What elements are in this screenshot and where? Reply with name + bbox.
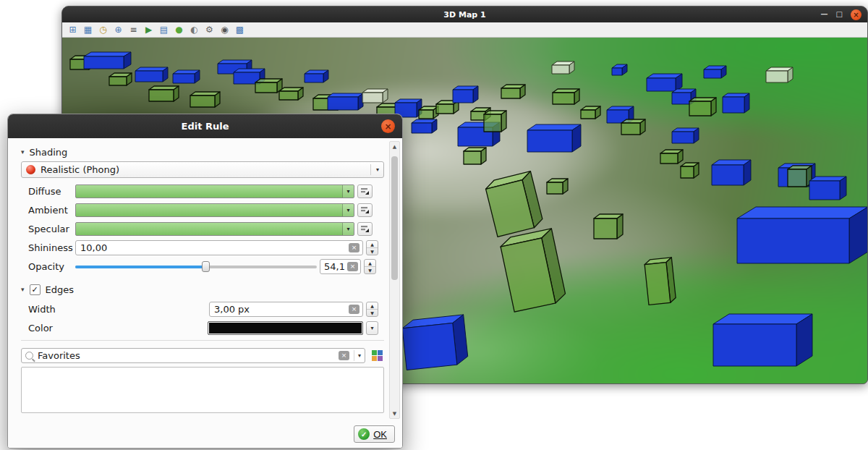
edge-color-label: Color (28, 323, 75, 334)
ambient-color-button[interactable]: ▾ (75, 203, 354, 217)
spin-up-icon[interactable]: ▲ (367, 241, 378, 248)
spin-down-icon[interactable]: ▼ (367, 310, 378, 316)
scrollbar-thumb[interactable] (391, 156, 398, 280)
ok-button-label: OK (373, 429, 387, 440)
edges-section-label: Edges (46, 284, 75, 295)
identify-layers-icon[interactable]: ≡ (128, 25, 139, 34)
edit-rule-dialog: Edit Rule × ▾ Shading Realistic (Phong) … (7, 114, 403, 449)
scroll-down-icon[interactable]: ▼ (390, 409, 399, 418)
scroll-up-icon[interactable]: ▲ (390, 142, 399, 151)
ambient-data-defined-override-button[interactable] (357, 203, 373, 217)
collapse-triangle-icon[interactable]: ▾ (21, 286, 25, 293)
style-list[interactable] (21, 367, 384, 413)
phong-sphere-icon (26, 165, 35, 174)
maximize-button[interactable]: □ (836, 11, 843, 18)
opacity-row: Opacity 54,1 × ▲ ▼ (21, 259, 384, 274)
shininess-label: Shininess (28, 242, 75, 253)
axes-grid-icon[interactable]: ▦ (82, 25, 93, 34)
edge-width-row: Width 3,00 px × ▲ ▼ (21, 302, 384, 317)
checkmark-icon: ✓ (31, 285, 38, 294)
shininess-spinbox[interactable]: 10,00 × (75, 240, 363, 255)
chevron-down-icon[interactable]: ▾ (354, 350, 361, 361)
ambient-label: Ambient (28, 205, 75, 216)
shading-section-header[interactable]: ▾ Shading (21, 145, 384, 158)
style-manager-icon (372, 350, 383, 361)
map-theme-icon[interactable]: ▩ (234, 25, 245, 34)
edge-color-button[interactable] (208, 321, 363, 335)
favorites-filter-combobox[interactable]: Favorites × ▾ (21, 348, 365, 363)
chevron-down-icon: ▾ (370, 325, 373, 331)
opacity-slider-fill (75, 266, 205, 268)
collapse-triangle-icon[interactable]: ▾ (21, 148, 25, 156)
zoom-in-icon[interactable]: ⊕ (113, 25, 124, 34)
data-defined-override-icon (360, 205, 370, 215)
opacity-value: 54,1 (324, 261, 345, 272)
favorites-value: Favorites (38, 350, 334, 361)
dialog-titlebar[interactable]: Edit Rule × (8, 114, 402, 138)
shading-type-value: Realistic (Phong) (41, 164, 119, 175)
dialog-scrollbar[interactable]: ▲ ▼ (389, 141, 400, 419)
data-defined-override-icon (360, 187, 370, 196)
spin-up-icon[interactable]: ▲ (367, 302, 378, 310)
data-defined-override-icon (360, 224, 370, 234)
chevron-down-icon[interactable]: ▾ (342, 204, 354, 216)
section-divider (21, 340, 384, 341)
dialog-title: Edit Rule (182, 121, 229, 132)
shadows-icon[interactable]: ◐ (189, 25, 200, 34)
edge-width-spinner[interactable]: ▲ ▼ (366, 302, 378, 317)
spin-down-icon[interactable]: ▼ (367, 248, 378, 255)
close-button[interactable]: × (851, 9, 861, 20)
specular-label: Specular (28, 224, 75, 234)
export-scene-icon[interactable]: ▤ (158, 25, 169, 34)
diffuse-data-defined-override-button[interactable] (357, 184, 373, 198)
settings-wrench-icon[interactable]: ⚙ (204, 25, 215, 34)
edges-section-header[interactable]: ▾ ✓ Edges (21, 283, 384, 296)
shininess-row: Shininess 10,00 × ▲ ▼ (21, 240, 384, 255)
dialog-close-button[interactable]: × (381, 119, 395, 133)
shading-section-label: Shading (30, 147, 68, 158)
edges-checkbox[interactable]: ✓ (30, 284, 41, 295)
shininess-spinner[interactable]: ▲ ▼ (366, 240, 378, 255)
edge-color-dropdown-button[interactable]: ▾ (366, 321, 378, 335)
chevron-down-icon[interactable]: ▾ (342, 185, 354, 198)
clear-icon[interactable]: × (339, 351, 349, 360)
camera-capture-icon[interactable]: ◉ (219, 25, 230, 34)
opacity-slider-handle[interactable] (202, 261, 210, 272)
style-manager-button[interactable] (370, 349, 384, 363)
diffuse-label: Diffuse (28, 186, 75, 197)
ok-button[interactable]: ✓ OK (354, 425, 395, 443)
dialog-content: ▾ Shading Realistic (Phong) ▾ Diffuse ▾ (21, 145, 384, 413)
chevron-down-icon[interactable]: ▾ (370, 164, 379, 175)
edge-color-row: Color ▾ (21, 320, 384, 336)
clear-icon[interactable]: × (349, 305, 359, 314)
camera-control-icon[interactable]: ⊞ (67, 25, 78, 34)
clear-icon[interactable]: × (349, 243, 359, 252)
diffuse-color-button[interactable]: ▾ (75, 184, 354, 198)
favorites-row: Favorites × ▾ (21, 348, 384, 363)
ok-check-icon: ✓ (358, 428, 370, 440)
dialog-body: ▾ Shading Realistic (Phong) ▾ Diffuse ▾ (8, 138, 402, 448)
opacity-slider[interactable] (75, 259, 317, 274)
shading-type-combobox[interactable]: Realistic (Phong) ▾ (21, 161, 384, 178)
map-toolbar: ⊞▦◷⊕≡▶▤●◐⚙◉▩ (62, 22, 867, 38)
spin-up-icon[interactable]: ▲ (365, 260, 375, 267)
opacity-spinner[interactable]: ▲ ▼ (364, 259, 376, 274)
opacity-valuebox[interactable]: 54,1 × (320, 259, 361, 274)
edge-width-spinbox[interactable]: 3,00 px × (209, 302, 363, 317)
dialog-footer: ✓ OK (354, 425, 395, 443)
diffuse-row: Diffuse ▾ (21, 184, 384, 199)
spin-down-icon[interactable]: ▼ (365, 267, 375, 273)
map-window-titlebar[interactable]: 3D Map 1 — □ × (62, 7, 867, 22)
specular-color-button[interactable]: ▾ (75, 222, 354, 236)
chevron-down-icon[interactable]: ▾ (342, 223, 354, 235)
play-animation-icon[interactable]: ▶ (143, 25, 154, 34)
minimize-button[interactable]: — (821, 11, 828, 18)
search-icon (25, 352, 33, 360)
specular-data-defined-override-button[interactable] (357, 222, 373, 236)
clear-icon[interactable]: × (347, 262, 358, 271)
ambient-row: Ambient ▾ (21, 203, 384, 218)
effects-icon[interactable]: ● (174, 25, 184, 34)
edge-width-label: Width (28, 304, 75, 315)
scrollbar-track[interactable] (390, 151, 399, 409)
animation-icon[interactable]: ◷ (98, 25, 109, 34)
